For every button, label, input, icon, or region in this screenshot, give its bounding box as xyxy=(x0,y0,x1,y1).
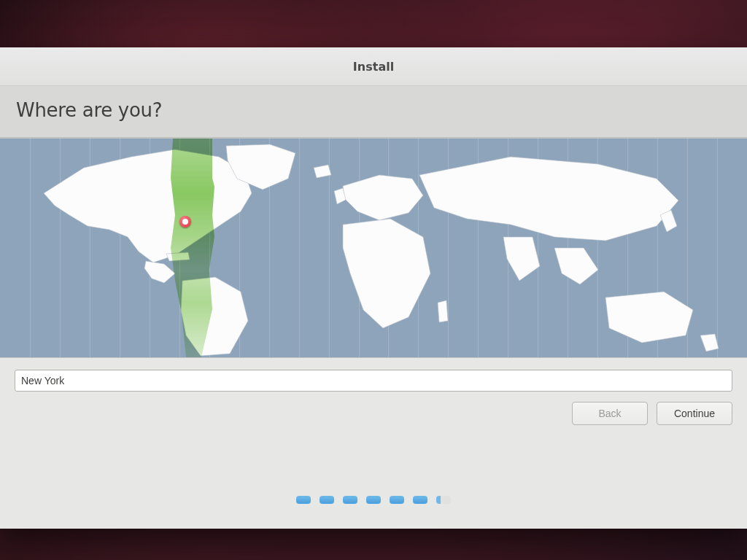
progress-dot xyxy=(390,496,404,504)
progress-dot xyxy=(320,496,334,504)
wizard-button-row: Back Continue xyxy=(0,392,747,425)
progress-dot xyxy=(436,496,451,504)
window-titlebar: Install xyxy=(0,47,747,86)
progress-dot xyxy=(366,496,381,504)
progress-dot xyxy=(296,496,311,504)
installer-window: Install Where are you? xyxy=(0,47,747,529)
step-heading: Where are you? xyxy=(0,86,747,138)
location-input-row xyxy=(0,358,747,392)
progress-dot xyxy=(413,496,427,504)
continue-button[interactable]: Continue xyxy=(657,402,732,425)
timezone-map[interactable] xyxy=(0,138,747,358)
location-marker-icon xyxy=(179,216,191,228)
window-title: Install xyxy=(353,60,394,74)
location-input[interactable] xyxy=(15,370,732,392)
slideshow-progress xyxy=(0,496,747,504)
progress-dot xyxy=(343,496,357,504)
world-map-land xyxy=(0,139,747,357)
back-button[interactable]: Back xyxy=(572,402,648,425)
